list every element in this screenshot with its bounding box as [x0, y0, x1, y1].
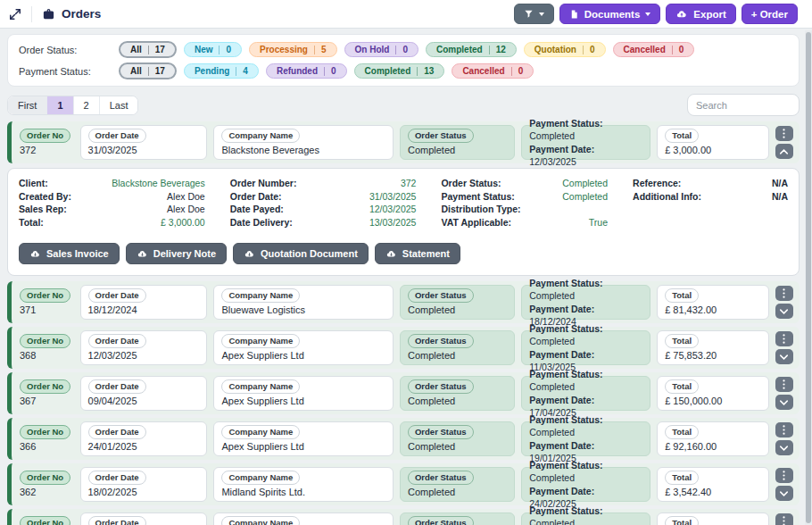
total-value: £ 3,000.00: [665, 145, 711, 156]
order-status-pill-new[interactable]: New0: [184, 42, 242, 57]
order-date-value: 31/03/2025: [88, 145, 137, 156]
filter-dropdown-button[interactable]: [514, 4, 554, 24]
order-status-cell: Order Status Completed: [400, 376, 515, 411]
order-date-cell: Order Date 18/12/2024: [80, 285, 208, 320]
order-date-tag: Order Date: [88, 516, 146, 525]
order-status-pill-cancelled[interactable]: Cancelled0: [613, 42, 695, 57]
row-menu-button[interactable]: [775, 468, 793, 483]
order-status-pill-all[interactable]: All17: [119, 41, 177, 58]
order-row-362[interactable]: Order No 362 Order Date 18/02/2025 Compa…: [7, 463, 800, 505]
order-date-tag: Order Date: [88, 425, 146, 439]
documents-button-label: Documents: [584, 9, 641, 20]
order-status-value: Completed: [408, 487, 455, 498]
file-icon: [569, 9, 579, 20]
pagination-page-2[interactable]: 2: [74, 96, 100, 114]
order-no-tag: Order No: [20, 425, 70, 439]
row-menu-button[interactable]: [775, 331, 793, 346]
order-date-tag: Order Date: [88, 129, 146, 143]
company-cell: Company Name Crystal Glassware Ltd: [213, 512, 394, 525]
funnel-icon: [524, 9, 534, 19]
pagination-page-1[interactable]: 1: [47, 96, 73, 114]
order-row-361[interactable]: Order No 361 Order Date 10/02/2025 Compa…: [7, 509, 800, 525]
total-cell: Total £ 92,160.00: [657, 421, 768, 456]
content: Order Status: All17 New0 Processing5 On …: [0, 29, 812, 525]
detail-column-3: Order Status:Completed Payment Status:Co…: [441, 178, 608, 229]
expand-icon[interactable]: [9, 8, 21, 21]
collapse-row-button[interactable]: [775, 144, 793, 159]
orders-list: Order No 372 Order Date 31/03/2025 Compa…: [7, 121, 800, 525]
order-status-filter-row: Order Status: All17 New0 Processing5 On …: [19, 41, 788, 58]
cloud-download-icon: [244, 249, 255, 259]
document-buttons: Sales Invoice Delivery Note Quotation Do…: [19, 243, 788, 264]
payment-status-pill-refunded[interactable]: Refunded0: [266, 63, 347, 79]
order-row-368[interactable]: Order No 368 Order Date 12/03/2025 Compa…: [7, 327, 800, 369]
date-payed-value: 12/03/2025: [369, 204, 417, 216]
total-value: £ 3,542.40: [665, 487, 711, 498]
total-tag: Total: [665, 425, 699, 439]
order-status-tag: Order Status: [408, 334, 474, 348]
order-no-value: 367: [20, 396, 36, 407]
order-row-371[interactable]: Order No 371 Order Date 18/12/2024 Compa…: [7, 281, 800, 323]
order-row-366[interactable]: Order No 366 Order Date 24/01/2025 Compa…: [7, 418, 800, 460]
row-menu-button[interactable]: [775, 377, 793, 392]
pagination-first[interactable]: First: [8, 96, 47, 114]
order-status-label: Order Status:: [19, 45, 112, 55]
order-status-pill-processing[interactable]: Processing5: [249, 42, 336, 57]
expand-row-button[interactable]: [775, 304, 793, 319]
sales-invoice-button[interactable]: Sales Invoice: [19, 243, 120, 264]
payment-status-pill-pending[interactable]: Pending4: [184, 63, 259, 79]
company-cell: Company Name Midland Spirits Ltd.: [213, 467, 394, 502]
quotation-document-button[interactable]: Quotation Document: [233, 243, 369, 264]
expand-row-button[interactable]: [775, 395, 793, 410]
order-status-pill-completed[interactable]: Completed12: [426, 42, 517, 57]
payment-status-pill-completed[interactable]: Completed13: [354, 63, 445, 79]
payment-status-pill-all[interactable]: All17: [119, 62, 177, 79]
header: Orders Documents Export + O: [0, 0, 812, 29]
orders-page: { "colors": { "accent_purple": "#7143d4"…: [0, 0, 812, 525]
total-tag: Total: [665, 379, 699, 394]
chevron-down-icon: [645, 12, 650, 16]
company-value: Apex Suppliers Ltd: [221, 441, 303, 453]
total-cell: Total £ 81,432.00: [657, 285, 768, 320]
order-status-cell: Order Status Completed: [400, 467, 515, 502]
order-date-value: 09/04/2025: [88, 396, 137, 407]
expand-row-button[interactable]: [775, 486, 793, 501]
company-value: Midland Spirits Ltd.: [221, 487, 305, 498]
expand-row-button[interactable]: [775, 349, 793, 364]
order-status-pill-onhold[interactable]: On Hold0: [344, 42, 418, 57]
row-menu-button[interactable]: [775, 126, 793, 141]
order-row-367[interactable]: Order No 367 Order Date 09/04/2025 Compa…: [7, 372, 800, 414]
payment-cell: Payment Status: Completed Payment Date: …: [521, 512, 650, 525]
order-date-value: 24/01/2025: [88, 441, 137, 453]
order-status-pill-quotation[interactable]: Quotation0: [524, 42, 606, 57]
reference-value: N/A: [772, 178, 788, 190]
additional-info-value: N/A: [772, 191, 788, 204]
chevron-down-icon: [539, 12, 544, 16]
pagination-last[interactable]: Last: [100, 96, 138, 114]
add-order-button[interactable]: + Order: [742, 4, 798, 24]
total-tag: Total: [665, 516, 699, 525]
delivery-note-button[interactable]: Delivery Note: [126, 243, 227, 264]
expand-row-button[interactable]: [775, 440, 793, 455]
vat-applicable-value: True: [589, 217, 608, 229]
company-value: Blackstone Beverages: [221, 145, 319, 156]
documents-button[interactable]: Documents: [559, 4, 661, 24]
collapsed-rows: Order No 371 Order Date 18/12/2024 Compa…: [7, 281, 800, 525]
order-row-372[interactable]: Order No 372 Order Date 31/03/2025 Compa…: [7, 121, 800, 163]
order-date-tag: Order Date: [88, 379, 146, 394]
cloud-upload-icon: [675, 9, 688, 20]
order-no-cell: Order No 361: [20, 516, 74, 525]
header-divider: [31, 6, 32, 22]
order-status-tag: Order Status: [408, 129, 474, 143]
order-date-tag: Order Date: [88, 288, 146, 303]
payment-status-pill-cancelled[interactable]: Cancelled0: [452, 63, 534, 79]
statement-button[interactable]: Statement: [375, 243, 460, 264]
search-input[interactable]: [687, 94, 800, 116]
scrollbar-thumb[interactable]: [806, 32, 811, 523]
row-menu-button[interactable]: [775, 513, 793, 525]
payment-cell: Payment Status: Completed Payment Date: …: [521, 285, 650, 320]
vertical-scrollbar[interactable]: [805, 30, 812, 525]
row-menu-button[interactable]: [775, 422, 793, 438]
export-button[interactable]: Export: [666, 4, 735, 24]
row-menu-button[interactable]: [775, 286, 793, 301]
